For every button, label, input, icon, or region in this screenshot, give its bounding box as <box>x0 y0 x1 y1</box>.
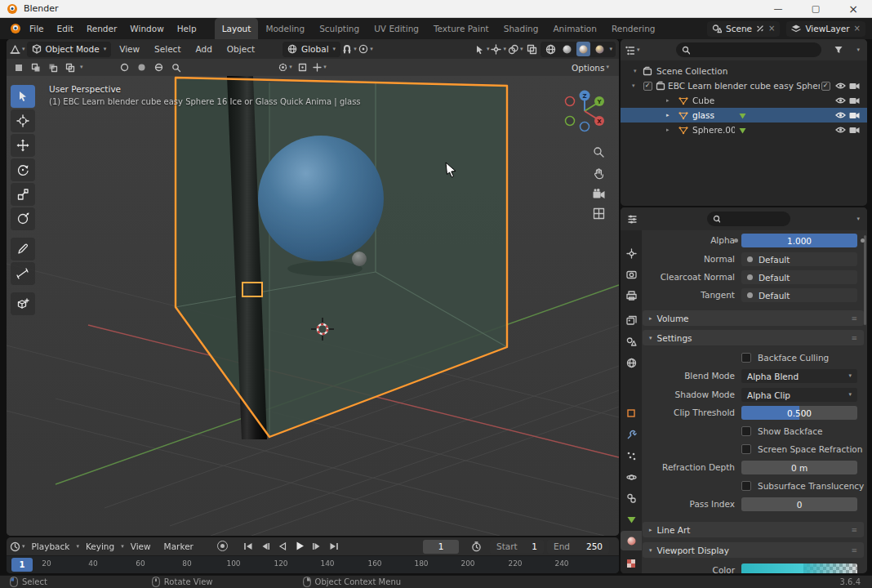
scene-unlink-button[interactable]: × <box>768 24 775 33</box>
expander-icon[interactable]: ▾ <box>634 64 637 78</box>
tool-rotate[interactable] <box>11 158 35 181</box>
camera-restrict-icon[interactable] <box>849 111 860 119</box>
next-keyframe-button[interactable] <box>309 539 324 553</box>
viewport-scene[interactable] <box>7 76 619 536</box>
tab-material[interactable] <box>621 531 642 550</box>
axis-x-neg-handle[interactable] <box>566 97 575 106</box>
tab-object-data[interactable] <box>621 510 642 529</box>
close-button[interactable]: × <box>834 0 872 17</box>
start-frame-field[interactable]: Start1 <box>490 540 544 554</box>
timeline-editor-type-button[interactable]: ▾ <box>10 539 25 554</box>
eye-icon[interactable] <box>835 126 846 134</box>
expander-icon[interactable]: ▸ <box>666 108 670 122</box>
tool-measure[interactable] <box>11 262 35 285</box>
tool-cursor[interactable] <box>11 109 35 132</box>
show-backface-checkbox[interactable] <box>741 426 751 436</box>
shading-wireframe-button[interactable] <box>544 42 558 56</box>
shading-rendered-button[interactable] <box>593 42 607 56</box>
menu-keying[interactable]: Keying <box>79 541 121 551</box>
outliner-row-glass[interactable]: ▸ glass <box>621 108 867 122</box>
properties-search[interactable] <box>707 212 790 226</box>
auto-keying-toggle[interactable] <box>217 541 228 551</box>
alpha-slider[interactable]: 1.000 <box>741 234 857 247</box>
menu-window[interactable]: Window <box>123 24 170 33</box>
tool-search-button[interactable] <box>169 60 184 75</box>
tab-shading[interactable]: Shading <box>496 18 546 39</box>
tangent-input[interactable]: Default <box>741 288 857 302</box>
keyframe-dot[interactable] <box>734 238 738 243</box>
section-settings[interactable]: ▾ Settings ≡ <box>643 330 864 345</box>
pan-hand-icon[interactable] <box>593 167 605 180</box>
tool-option-icon-2[interactable] <box>135 60 149 75</box>
axis-y-neg-handle[interactable] <box>566 117 575 126</box>
camera-restrict-icon[interactable] <box>849 126 860 134</box>
outliner-filter-button[interactable] <box>831 42 846 57</box>
caret-icon[interactable]: ▾ <box>856 47 860 53</box>
proportional-edit-toggle[interactable]: ▾ <box>358 42 373 56</box>
collection-select-checkbox[interactable]: ✓ <box>821 82 830 91</box>
tool-move[interactable] <box>11 134 35 157</box>
tab-rendering[interactable]: Rendering <box>604 18 663 39</box>
tool-add-cube[interactable] <box>11 292 35 315</box>
pivot-point-button[interactable]: ▾ <box>278 60 293 75</box>
clearcoat-normal-input[interactable]: Default <box>741 270 857 284</box>
show-overlays-toggle[interactable]: ▾ <box>508 42 523 56</box>
eye-icon[interactable] <box>835 96 846 105</box>
camera-view-icon[interactable] <box>593 189 605 198</box>
outliner-search-input[interactable] <box>694 46 816 55</box>
jump-to-start-button[interactable] <box>240 539 256 553</box>
section-line-art[interactable]: ▸ Line Art ≡ <box>643 522 864 537</box>
timeline-ruler[interactable]: 1 20 40 60 80 100 120 140 160 180 200 22… <box>7 555 619 573</box>
minimize-button[interactable]: — <box>759 0 797 17</box>
menu-file[interactable]: File <box>23 24 51 33</box>
tool-annotate[interactable] <box>11 238 35 261</box>
prev-keyframe-button[interactable] <box>257 539 273 553</box>
tool-option-icon-3[interactable] <box>152 60 167 75</box>
camera-restrict-icon[interactable] <box>849 96 860 105</box>
scene-selector[interactable]: Scene × <box>707 21 780 37</box>
eye-icon[interactable] <box>835 111 846 119</box>
tab-layout[interactable]: Layout <box>215 18 259 39</box>
select-mode-subtract-button[interactable] <box>46 60 60 75</box>
axis-z-neg-handle[interactable] <box>581 122 589 131</box>
tool-select-box[interactable] <box>11 85 35 108</box>
link-icon[interactable] <box>756 24 764 33</box>
properties-search-input[interactable] <box>724 215 785 224</box>
outliner-row-sphere[interactable]: ▸ Sphere.001 <box>621 122 867 137</box>
normal-input[interactable]: Default <box>741 252 857 266</box>
play-button[interactable] <box>291 539 307 553</box>
snap-toggle[interactable]: ▾ <box>342 42 357 56</box>
menu-help[interactable]: Help <box>171 24 203 33</box>
tab-modeling[interactable]: Modeling <box>258 18 312 39</box>
transform-orientation-selector[interactable]: Global ▾ <box>283 42 340 57</box>
menu-edit[interactable]: Edit <box>51 24 80 33</box>
outliner-search[interactable] <box>676 42 821 57</box>
shadow-mode-dropdown[interactable]: Alpha Clip▾ <box>741 388 857 402</box>
viewport-canvas[interactable]: User Perspective (1) EBC Learn blender c… <box>7 76 619 536</box>
menu-add[interactable]: Add <box>189 44 219 54</box>
menu-select[interactable]: Select <box>148 44 187 54</box>
shading-solid-button[interactable] <box>560 42 574 56</box>
play-reverse-button[interactable] <box>274 539 290 553</box>
tab-animation[interactable]: Animation <box>545 18 604 39</box>
blend-mode-dropdown[interactable]: Alpha Blend▾ <box>741 369 857 383</box>
eye-icon[interactable] <box>835 82 846 90</box>
xray-toggle[interactable] <box>524 42 539 56</box>
ortho-grid-icon[interactable] <box>593 207 605 220</box>
subsurface-translucency-checkbox[interactable] <box>741 481 751 491</box>
navigation-gizmo[interactable]: Z Y X <box>562 88 607 134</box>
keyframe-dot[interactable] <box>861 238 865 243</box>
shading-material-button[interactable] <box>576 42 590 56</box>
snap-target-button[interactable] <box>296 60 310 75</box>
viewlayer-selector[interactable]: ViewLayer × <box>786 21 865 37</box>
menu-marker[interactable]: Marker <box>158 541 200 551</box>
tool-option-icon-1[interactable] <box>118 60 132 75</box>
outliner-editor-type-button[interactable]: ▾ <box>625 42 640 57</box>
viewlayer-close-button[interactable]: × <box>854 24 861 33</box>
select-mode-set-button[interactable] <box>11 60 26 75</box>
menu-view-timeline[interactable]: View <box>124 541 158 551</box>
backface-culling-checkbox[interactable] <box>741 353 751 363</box>
outliner-row-scene-collection[interactable]: ▾ Scene Collection <box>621 64 867 78</box>
caret-icon[interactable]: ▾ <box>856 216 860 222</box>
tab-texture-paint[interactable]: Texture Paint <box>426 18 496 39</box>
